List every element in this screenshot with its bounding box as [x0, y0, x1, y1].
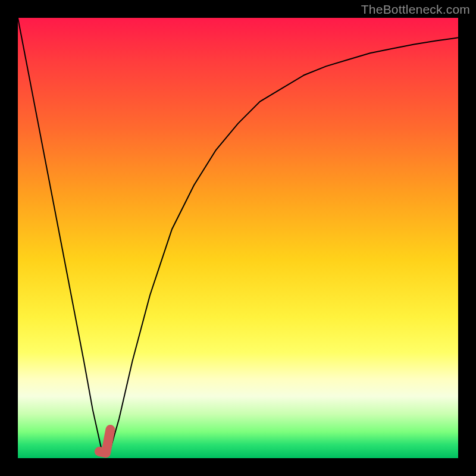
selected-marker [99, 430, 111, 453]
bottleneck-curve [18, 18, 458, 454]
curve-layer [18, 18, 458, 458]
chart-frame: TheBottleneck.com [0, 0, 476, 476]
plot-area [18, 18, 458, 458]
attribution-text: TheBottleneck.com [361, 2, 470, 17]
